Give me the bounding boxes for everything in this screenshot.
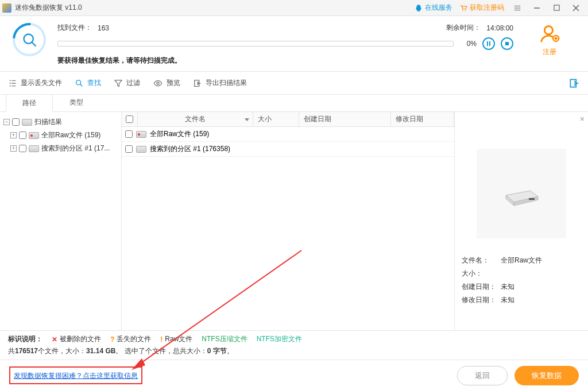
share-icon: [568, 78, 580, 89]
maximize-button[interactable]: [547, 0, 566, 16]
tree-partition-checkbox[interactable]: [19, 145, 26, 152]
svg-rect-12: [529, 198, 535, 200]
svg-point-5: [544, 26, 552, 34]
share-button[interactable]: [568, 78, 580, 89]
select-all-checkbox[interactable]: [126, 115, 133, 123]
find-button[interactable]: 查找: [75, 78, 101, 88]
hamburger-icon: [513, 4, 521, 12]
col-cdate[interactable]: 创建日期: [299, 112, 391, 126]
details-panel: × 文件名：全部Raw文件 大小： 创建日期：未知 修改日期：未知: [455, 112, 588, 330]
preview-thumbnail: [477, 149, 566, 238]
legend-raw: Raw文件: [165, 334, 192, 344]
preview-button[interactable]: 预览: [153, 78, 180, 88]
row-checkbox[interactable]: [125, 145, 133, 153]
preview-label: 预览: [167, 78, 180, 88]
expand-icon[interactable]: +: [10, 132, 17, 138]
close-details-button[interactable]: ×: [580, 114, 585, 123]
online-service-label: 在线服务: [425, 3, 452, 13]
menu-button[interactable]: [508, 0, 527, 16]
main-area: − 扫描结果 + 全部Raw文件 (159) + 搜索到的分区 #1 (17..…: [0, 112, 588, 330]
funnel-icon: [114, 79, 123, 88]
detail-filename-val: 全部Raw文件: [501, 256, 542, 265]
col-size-label: 大小: [258, 114, 272, 124]
tab-bar: 路径 类型: [0, 95, 588, 112]
export-label: 导出扫描结果: [206, 78, 247, 88]
tree-raw-checkbox[interactable]: [19, 132, 26, 139]
total-files: 176517: [15, 347, 38, 355]
sort-desc-icon: [245, 117, 249, 122]
list-row[interactable]: 搜索到的分区 #1 (176358): [122, 142, 454, 157]
export-button[interactable]: 导出扫描结果: [193, 78, 247, 88]
legend-deleted: 被删除的文件: [60, 334, 101, 344]
tab-path-label: 路径: [22, 99, 36, 107]
get-reg-code-link[interactable]: 获取注册码: [459, 3, 504, 13]
scan-note: 要获得最佳恢复结果，请等待扫描完成。: [57, 56, 513, 65]
pause-button[interactable]: [482, 37, 495, 50]
legend-ntfs-comp: NTFS压缩文件: [202, 334, 247, 344]
maximize-icon: [554, 5, 560, 11]
collapse-icon[interactable]: −: [3, 119, 10, 125]
svg-point-3: [24, 34, 33, 44]
online-service-link[interactable]: 在线服务: [415, 3, 452, 13]
detail-mdate-key: 修改日期：: [462, 295, 501, 305]
export-icon: [193, 79, 202, 88]
minimize-button[interactable]: [527, 0, 547, 16]
window-title: 迷你兔数据恢复 v11.0: [15, 3, 82, 13]
detail-cdate-val: 未知: [501, 282, 514, 292]
raw-mark-icon: !: [160, 335, 163, 343]
recover-button[interactable]: 恢复数据: [514, 366, 579, 385]
svg-rect-4: [505, 42, 509, 45]
cart-icon: [459, 4, 467, 12]
help-link[interactable]: 发现数据恢复很困难？点击这里获取信息: [14, 372, 138, 380]
drive-icon: [136, 146, 146, 153]
col-name-label: 文件名: [185, 114, 206, 124]
tree-panel: − 扫描结果 + 全部Raw文件 (159) + 搜索到的分区 #1 (17..…: [0, 112, 122, 330]
tree-root-checkbox[interactable]: [12, 118, 20, 126]
status-line: 共176517个文件，大小：31.14 GB。 选中了个文件，总共大小：0 字节…: [0, 345, 588, 360]
detail-size-key: 大小：: [462, 269, 501, 279]
tree-item-raw[interactable]: + 全部Raw文件 (159): [2, 129, 119, 142]
tree-raw-label: 全部Raw文件 (159): [41, 130, 100, 140]
user-plus-icon: [539, 23, 560, 45]
legend-title: 标识说明：: [8, 334, 42, 344]
bottom-bar: 发现数据恢复很困难？点击这里获取信息 返回 恢复数据: [0, 360, 588, 390]
back-button[interactable]: 返回: [457, 366, 508, 385]
col-mdate[interactable]: 修改日期: [391, 112, 454, 126]
list-row[interactable]: 全部Raw文件 (159): [122, 127, 454, 142]
list-header: 文件名 大小 创建日期 修改日期: [122, 112, 454, 127]
legend-lost: 丢失的文件: [117, 334, 151, 344]
deleted-mark-icon: ✕: [52, 335, 57, 343]
row-name: 全部Raw文件 (159): [150, 129, 209, 139]
row-name: 搜索到的分区 #1 (176358): [150, 144, 230, 154]
remaining-time-label: 剩余时间：: [446, 23, 481, 33]
svg-point-1: [465, 10, 466, 11]
scan-panel: 找到文件： 163 剩余时间： 14:08:00 0% 要获得最佳恢复结果，请等…: [0, 16, 588, 72]
selected-size: 0 字节: [207, 347, 227, 355]
tab-path[interactable]: 路径: [6, 94, 53, 112]
back-label: 返回: [475, 370, 490, 381]
tree-item-partition[interactable]: + 搜索到的分区 #1 (17...: [2, 142, 119, 155]
col-size[interactable]: 大小: [253, 112, 299, 126]
drive-red-icon: [29, 132, 39, 139]
row-checkbox[interactable]: [125, 130, 133, 138]
register-button[interactable]: 注册: [524, 23, 575, 57]
recover-label: 恢复数据: [532, 370, 562, 381]
legend-ntfs-enc: NTFS加密文件: [257, 334, 302, 344]
expand-icon[interactable]: +: [10, 145, 17, 152]
list-icon: [8, 79, 17, 88]
tree-root-label: 扫描结果: [34, 117, 62, 127]
tree-partition-label: 搜索到的分区 #1 (17...: [41, 144, 110, 153]
tree-root[interactable]: − 扫描结果: [2, 115, 119, 129]
svg-point-8: [157, 82, 159, 84]
filter-button[interactable]: 过滤: [114, 78, 140, 88]
col-mdate-label: 修改日期: [396, 114, 423, 124]
app-icon: [2, 3, 11, 13]
close-button[interactable]: [566, 0, 586, 16]
pause-icon: [486, 41, 492, 47]
col-name[interactable]: 文件名: [138, 112, 253, 126]
svg-point-0: [462, 10, 463, 11]
tab-type[interactable]: 类型: [53, 94, 100, 111]
stop-button[interactable]: [501, 37, 513, 50]
show-lost-files-button[interactable]: 显示丢失文件: [8, 78, 62, 88]
drive-icon: [22, 119, 32, 126]
